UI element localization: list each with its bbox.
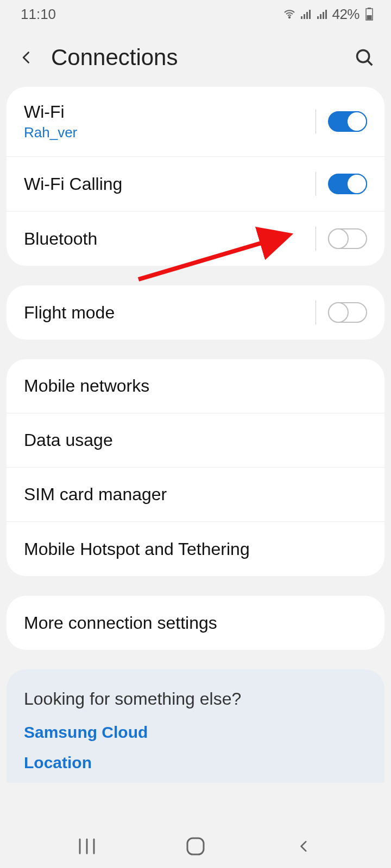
row-data-usage[interactable]: Data usage bbox=[7, 413, 384, 468]
header: Connections bbox=[0, 28, 391, 87]
row-wifi-sub: Rah_ver bbox=[24, 124, 310, 141]
svg-rect-19 bbox=[187, 838, 204, 854]
svg-rect-4 bbox=[309, 10, 311, 19]
row-bluetooth[interactable]: Bluetooth bbox=[7, 212, 384, 266]
row-mobile-networks-title: Mobile networks bbox=[24, 376, 149, 396]
row-hotspot-title: Mobile Hotspot and Tethering bbox=[24, 539, 250, 559]
tips-title: Looking for something else? bbox=[24, 689, 367, 709]
row-more-settings[interactable]: More connection settings bbox=[7, 596, 384, 650]
vert-divider bbox=[316, 110, 316, 133]
wifi-icon bbox=[283, 8, 296, 21]
tips-panel: Looking for something else? Samsung Clou… bbox=[7, 669, 384, 783]
row-bluetooth-title: Bluetooth bbox=[24, 229, 310, 249]
row-mobile-networks[interactable]: Mobile networks bbox=[7, 359, 384, 413]
vert-divider bbox=[316, 301, 316, 324]
battery-percent: 42% bbox=[332, 6, 360, 23]
tips-link-samsung-cloud[interactable]: Samsung Cloud bbox=[24, 723, 367, 742]
svg-rect-5 bbox=[317, 16, 319, 19]
nav-back-button[interactable] bbox=[291, 833, 318, 860]
row-sim-manager-title: SIM card manager bbox=[24, 484, 167, 505]
page-title: Connections bbox=[51, 44, 339, 71]
recents-icon bbox=[78, 838, 96, 854]
svg-point-12 bbox=[357, 50, 369, 62]
settings-group-connections: Wi-Fi Rah_ver Wi-Fi Calling Bluetooth bbox=[7, 87, 384, 266]
row-more-settings-title: More connection settings bbox=[24, 613, 217, 633]
toggle-flightmode[interactable] bbox=[328, 302, 367, 323]
toggle-wificalling[interactable] bbox=[328, 174, 367, 194]
nav-recents-button[interactable] bbox=[73, 833, 100, 860]
svg-rect-2 bbox=[304, 14, 305, 19]
row-wifi-title: Wi-Fi bbox=[24, 102, 310, 122]
svg-point-0 bbox=[289, 17, 290, 18]
tips-link-location[interactable]: Location bbox=[24, 754, 367, 772]
row-flightmode[interactable]: Flight mode bbox=[7, 285, 384, 340]
svg-rect-7 bbox=[323, 12, 324, 19]
settings-group-network: Mobile networks Data usage SIM card mana… bbox=[7, 359, 384, 576]
svg-rect-3 bbox=[306, 12, 308, 19]
row-wifi[interactable]: Wi-Fi Rah_ver bbox=[7, 87, 384, 157]
row-hotspot[interactable]: Mobile Hotspot and Tethering bbox=[7, 522, 384, 576]
nav-home-button[interactable] bbox=[182, 833, 209, 860]
vert-divider bbox=[316, 227, 316, 251]
nav-back-icon bbox=[297, 837, 311, 856]
search-icon bbox=[354, 47, 375, 68]
chevron-left-icon bbox=[19, 47, 34, 68]
row-wificalling-title: Wi-Fi Calling bbox=[24, 174, 310, 194]
svg-rect-6 bbox=[320, 14, 321, 19]
search-button[interactable] bbox=[353, 46, 376, 69]
svg-rect-1 bbox=[301, 16, 302, 19]
back-button[interactable] bbox=[16, 47, 37, 68]
row-sim-manager[interactable]: SIM card manager bbox=[7, 468, 384, 522]
svg-line-13 bbox=[368, 61, 373, 66]
vert-divider bbox=[316, 172, 316, 196]
system-navbar bbox=[0, 825, 391, 868]
svg-rect-11 bbox=[367, 15, 372, 20]
settings-group-flight: Flight mode bbox=[7, 285, 384, 340]
row-flightmode-title: Flight mode bbox=[24, 303, 310, 323]
row-data-usage-title: Data usage bbox=[24, 430, 113, 450]
row-wificalling[interactable]: Wi-Fi Calling bbox=[7, 157, 384, 212]
signal2-icon bbox=[316, 8, 329, 21]
toggle-bluetooth[interactable] bbox=[328, 228, 367, 249]
status-bar: 11:10 42% bbox=[0, 0, 391, 28]
status-right: 42% bbox=[283, 6, 376, 23]
settings-group-more: More connection settings bbox=[7, 596, 384, 650]
toggle-wifi[interactable] bbox=[328, 111, 367, 132]
battery-icon bbox=[363, 8, 376, 21]
status-time: 11:10 bbox=[21, 6, 56, 23]
svg-rect-8 bbox=[325, 10, 327, 19]
signal1-icon bbox=[299, 8, 312, 21]
home-icon bbox=[186, 837, 205, 856]
